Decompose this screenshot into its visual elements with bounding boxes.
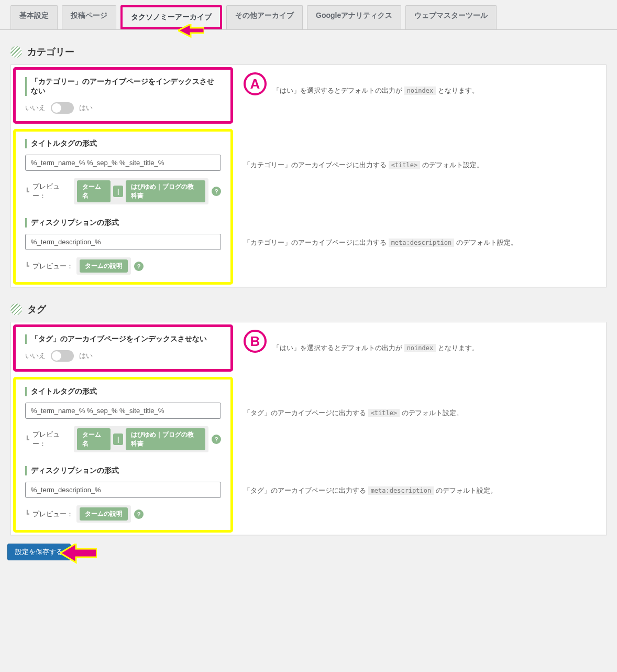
tab-webmaster[interactable]: ウェブマスターツール xyxy=(405,5,497,29)
tag-noindex-desc: B 「はい」を選択するとデフォルトの出力が noindex となります。 xyxy=(233,324,604,362)
svg-marker-1 xyxy=(60,544,97,562)
category-noindex-desc: A 「はい」を選択するとデフォルトの出力が noindex となります。 xyxy=(233,67,604,105)
chip-site-title: はぴゆめ｜ブログの教科書 xyxy=(126,180,205,202)
tag-title-format-label: タイトルタグの形式 xyxy=(25,387,221,396)
code-title: <title> xyxy=(368,409,400,417)
help-icon[interactable]: ? xyxy=(212,435,221,444)
tag-noindex-box: 「タグ」のアーカイブページをインデックスさせない いいえ はい xyxy=(13,324,233,372)
tab-analytics[interactable]: Googleアナリティクス xyxy=(307,5,401,29)
tag-desc-format-label: ディスクリプションの形式 xyxy=(25,466,221,475)
preview-label: プレビュー： xyxy=(32,262,73,271)
category-noindex-box: 「カテゴリー」のアーカイブページをインデックスさせない いいえ はい xyxy=(13,67,233,124)
tag-noindex-title: 「タグ」のアーカイブページをインデックスさせない xyxy=(25,334,221,344)
tab-post[interactable]: 投稿ページ xyxy=(62,5,116,29)
chip-term-name: ターム名 xyxy=(77,180,111,202)
settings-tabs: 基本設定 投稿ページ タクソノミーアーカイブ その他アーカイブ Googleアナ… xyxy=(0,0,617,30)
chip-site-title: はぴゆめ｜ブログの教科書 xyxy=(126,428,205,450)
category-section-header: カテゴリー xyxy=(0,30,617,64)
tag-panel: 「タグ」のアーカイブページをインデックスさせない いいえ はい B 「はい」を選… xyxy=(10,322,607,535)
preview-label: プレビュー： xyxy=(32,430,71,449)
hatch-icon xyxy=(10,46,22,58)
category-title: カテゴリー xyxy=(27,46,74,58)
code-noindex: noindex xyxy=(404,86,436,95)
tag-title-format-desc: 「タグ」のアーカイブページに出力する <title> のデフォルト設定。 xyxy=(244,408,463,418)
svg-marker-0 xyxy=(178,24,204,37)
tree-icon: ┗ xyxy=(25,262,29,270)
category-title-format-desc: 「カテゴリー」のアーカイブページに出力する <title> のデフォルト設定。 xyxy=(244,160,483,170)
preview-chips: ターム名 | はぴゆめ｜ブログの教科書 xyxy=(74,178,208,204)
help-icon[interactable]: ? xyxy=(134,262,144,271)
preview-chips: タームの説明 xyxy=(76,257,131,275)
preview-chips: タームの説明 xyxy=(76,505,131,523)
tab-taxonomy[interactable]: タクソノミーアーカイブ xyxy=(120,5,222,29)
tree-icon: ┗ xyxy=(25,436,29,443)
toggle-yes-label: はい xyxy=(79,103,93,113)
tag-desc-format-desc: 「タグ」のアーカイブページに出力する meta:description のデフォ… xyxy=(244,486,497,495)
chip-term-desc: タームの説明 xyxy=(80,507,128,521)
chip-term-name: ターム名 xyxy=(77,428,111,450)
chip-term-desc: タームの説明 xyxy=(80,259,128,273)
tab-other[interactable]: その他アーカイブ xyxy=(226,5,303,29)
tag-format-box: タイトルタグの形式 ┗ プレビュー： ターム名 | はぴゆめ｜ブログの教科書 ?… xyxy=(13,377,233,533)
code-title: <title> xyxy=(389,161,421,169)
help-icon[interactable]: ? xyxy=(134,510,144,519)
category-panel: 「カテゴリー」のアーカイブページをインデックスさせない いいえ はい A 「はい… xyxy=(10,64,607,287)
category-title-format-input[interactable] xyxy=(25,155,221,171)
tab-basic[interactable]: 基本設定 xyxy=(10,5,58,29)
annotation-arrow-save xyxy=(60,544,97,571)
preview-label: プレビュー： xyxy=(32,182,71,201)
tree-icon: ┗ xyxy=(25,188,29,196)
tree-icon: ┗ xyxy=(25,510,29,518)
category-title-format-label: タイトルタグの形式 xyxy=(25,139,221,148)
code-meta-desc: meta:description xyxy=(389,239,455,247)
annotation-badge-b: B xyxy=(244,330,267,353)
toggle-no-label: いいえ xyxy=(25,351,46,361)
tag-section-header: タグ xyxy=(0,287,617,322)
chip-separator: | xyxy=(113,433,123,445)
category-noindex-title: 「カテゴリー」のアーカイブページをインデックスさせない xyxy=(25,77,221,96)
help-icon[interactable]: ? xyxy=(212,187,221,196)
toggle-knob xyxy=(52,103,61,113)
category-desc-format-label: ディスクリプションの形式 xyxy=(25,218,221,227)
category-desc-format-desc: 「カテゴリー」のアーカイブページに出力する meta:description の… xyxy=(244,238,517,247)
preview-chips: ターム名 | はぴゆめ｜ブログの教科書 xyxy=(74,426,208,452)
annotation-badge-a: A xyxy=(244,72,267,95)
toggle-yes-label: はい xyxy=(79,351,93,361)
code-noindex: noindex xyxy=(404,344,436,352)
category-format-box: タイトルタグの形式 ┗ プレビュー： ターム名 | はぴゆめ｜ブログの教科書 ?… xyxy=(13,129,233,285)
chip-separator: | xyxy=(113,186,123,197)
annotation-arrow-tab xyxy=(178,24,204,47)
preview-label: プレビュー： xyxy=(32,510,73,519)
category-noindex-toggle[interactable] xyxy=(51,102,74,114)
code-meta-desc: meta:description xyxy=(368,486,434,495)
tag-title: タグ xyxy=(27,303,46,316)
tag-title-format-input[interactable] xyxy=(25,403,221,419)
tag-noindex-toggle[interactable] xyxy=(51,350,74,362)
category-desc-format-input[interactable] xyxy=(25,234,221,250)
hatch-icon xyxy=(10,304,22,315)
toggle-knob xyxy=(52,351,61,361)
toggle-no-label: いいえ xyxy=(25,103,46,113)
tag-desc-format-input[interactable] xyxy=(25,482,221,498)
